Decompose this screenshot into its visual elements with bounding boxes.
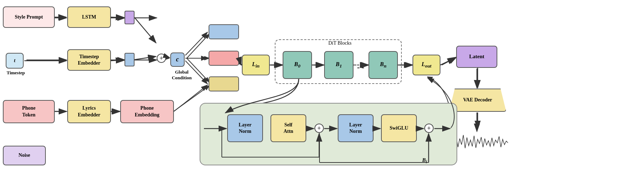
input-stack-yellow xyxy=(209,76,239,91)
timestep-embedder-box: TimestepEmbedder xyxy=(67,49,111,71)
lstm-label: LSTM xyxy=(82,14,96,20)
swiglu-box: SwiGLU xyxy=(381,114,417,142)
latent-box: Latent xyxy=(456,46,497,68)
bi-label: Bi xyxy=(422,157,427,165)
b1-box: B1 xyxy=(324,51,353,79)
lyrics-embedder-label: LyricsEmbedder xyxy=(78,105,101,118)
b0-label: B0 xyxy=(294,61,300,69)
lout-label: Lout xyxy=(421,61,431,69)
combine-circle-plus: + xyxy=(157,54,166,63)
lstm-box: LSTM xyxy=(67,6,111,28)
svg-line-21 xyxy=(442,57,457,65)
timestep-output-box xyxy=(125,53,135,66)
noise-label: Noise xyxy=(19,152,30,159)
bn-label: Bn xyxy=(380,61,386,69)
vae-decoder-box: VAE Decoder xyxy=(449,89,506,112)
layer-norm-1-label: LayerNorm xyxy=(239,122,252,135)
vae-decoder-label: VAE Decoder xyxy=(463,97,492,103)
waveform-output xyxy=(451,132,508,154)
lin-box: Lin xyxy=(242,55,270,75)
phone-embedding-label: PhoneEmbedding xyxy=(135,105,159,118)
phone-token-label: PhoneToken xyxy=(22,105,35,118)
lout-box: Lout xyxy=(413,55,440,75)
timestep-box: t xyxy=(6,53,24,69)
swiglu-label: SwiGLU xyxy=(390,125,408,131)
timestep-embedder-label: TimestepEmbedder xyxy=(78,54,101,66)
latent-label: Latent xyxy=(469,53,484,60)
noise-box: Noise xyxy=(3,146,46,165)
timestep-text-label: Timestep xyxy=(1,70,30,76)
layer-norm-2-label: LayerNorm xyxy=(349,122,362,135)
self-attn-box: SelfAttn xyxy=(270,114,306,142)
phone-embedding-box: PhoneEmbedding xyxy=(120,100,174,123)
layer-norm-2-box: LayerNorm xyxy=(338,114,374,142)
residual-plus-2: + xyxy=(424,124,434,133)
svg-line-11 xyxy=(187,34,209,58)
lstm-output-box xyxy=(125,11,135,24)
self-attn-label: SelfAttn xyxy=(283,122,293,135)
timestep-t-label: t xyxy=(14,58,15,64)
input-stack-pink xyxy=(209,51,239,66)
b0-box: B0 xyxy=(283,51,312,79)
lin-label: Lin xyxy=(252,61,260,69)
c-box: c xyxy=(170,52,185,67)
ellipsis: - - xyxy=(357,62,364,72)
residual-plus-1: + xyxy=(314,124,324,133)
style-prompt-label: Style Prompt xyxy=(15,14,43,20)
b1-label: B1 xyxy=(336,61,342,69)
global-condition-label: GlobalCondition xyxy=(162,69,201,81)
layer-norm-1-box: LayerNorm xyxy=(227,114,263,142)
input-stack-blue xyxy=(209,24,239,39)
lyrics-embedder-box: LyricsEmbedder xyxy=(67,100,111,123)
dit-blocks-title: DiT Blocks xyxy=(315,40,365,46)
bn-box: Bn xyxy=(369,51,398,79)
style-prompt-box: Style Prompt xyxy=(3,6,55,28)
phone-token-box: PhoneToken xyxy=(3,100,55,123)
